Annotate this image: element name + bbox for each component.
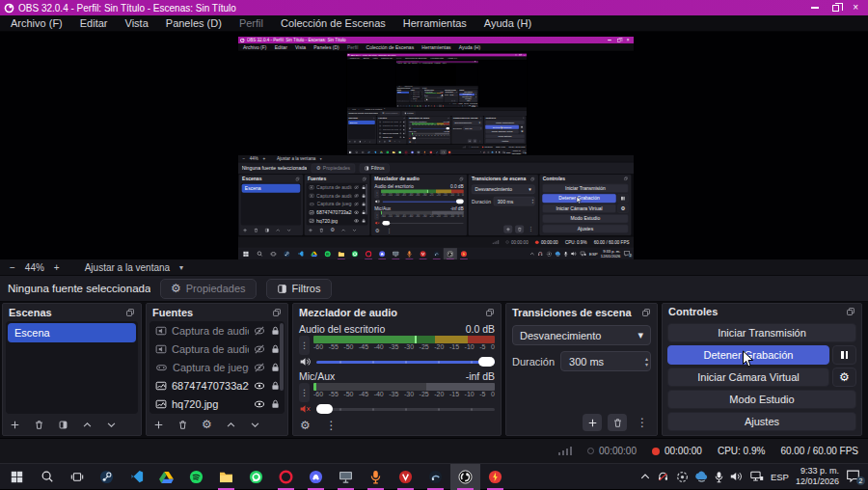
close-icon[interactable]: × (853, 3, 858, 13)
menu-vista[interactable]: Vista (117, 15, 157, 31)
eye-icon[interactable] (254, 380, 265, 392)
taskbar-voicemod-icon[interactable] (391, 464, 420, 490)
menu-perfil[interactable]: Perfil (231, 15, 272, 31)
taskbar-media-app-icon[interactable] (420, 464, 450, 490)
remove-scene-button[interactable] (33, 419, 45, 431)
taskbar-spotify-icon[interactable] (181, 464, 211, 490)
move-source-up-button[interactable] (225, 419, 237, 431)
slider-handle[interactable] (316, 404, 333, 414)
kebab-icon[interactable]: ⋮ (299, 383, 310, 402)
add-source-button[interactable] (152, 419, 165, 431)
properties-button[interactable]: ⚙ Propiedades (160, 279, 257, 299)
taskbar-opera-icon[interactable] (271, 464, 301, 490)
taskbar-steam-icon[interactable] (92, 464, 122, 490)
scene-filters-button[interactable] (57, 419, 69, 431)
mixer-settings-gear-icon[interactable]: ⚙ (299, 420, 312, 432)
speaker-icon[interactable] (299, 356, 312, 368)
studio-mode-button[interactable]: Modo Estudio (667, 390, 856, 409)
source-row[interactable]: Captura de juego (149, 358, 285, 376)
duration-spinbox[interactable]: 300 ms ▴ ▾ (560, 351, 651, 371)
menu-editar[interactable]: Editar (71, 15, 117, 31)
menu-herramientas[interactable]: Herramientas (394, 15, 475, 31)
eye-slash-icon[interactable] (254, 362, 265, 373)
fit-to-window-select[interactable]: Ajustar a la ventana (85, 262, 170, 273)
taskbar-google-drive-icon[interactable] (151, 464, 181, 490)
source-row[interactable]: hq720.jpg (149, 395, 285, 413)
taskbar-search-button[interactable] (32, 464, 62, 490)
eye-slash-icon[interactable] (254, 325, 265, 337)
source-row[interactable]: Captura de audio de (149, 321, 285, 340)
stop-recording-button[interactable]: Detener Grabación (667, 345, 829, 365)
start-streaming-button[interactable]: Iniciar Transmisión (667, 323, 856, 342)
taskbar-screen-share-icon[interactable] (331, 464, 361, 490)
menu-coleccion-escenas[interactable]: Colección de Escenas (272, 15, 394, 31)
source-row[interactable]: 68747470733a2f2f73 (149, 376, 285, 395)
remove-source-button[interactable] (176, 419, 189, 431)
kebab-icon[interactable]: ⋮ (633, 414, 652, 431)
spin-down-icon[interactable]: ▾ (645, 362, 648, 368)
source-row[interactable]: Captura de audio de (149, 340, 285, 358)
tray-headset-icon[interactable] (657, 471, 669, 482)
running-app-indicator (367, 488, 384, 490)
taskbar-discord-icon[interactable] (301, 464, 331, 490)
notification-center-button[interactable]: 2 (846, 470, 862, 483)
speaker-muted-icon[interactable] (299, 403, 312, 415)
popout-icon[interactable] (125, 308, 135, 317)
preview-canvas[interactable]: OBS 32.0.4 - Perfil: Sin Título - Escena… (0, 32, 868, 259)
sources-scrollbar[interactable] (280, 323, 284, 391)
zoom-in-button[interactable]: + (54, 262, 60, 273)
language-indicator[interactable]: ESP (771, 472, 789, 482)
menu-ayuda[interactable]: Ayuda (H) (475, 15, 540, 31)
dock-area: Escenas Escena (0, 302, 868, 438)
move-scene-up-button[interactable] (81, 419, 94, 431)
taskbar-file-explorer-icon[interactable] (211, 464, 241, 490)
tray-microphone-icon[interactable] (715, 471, 723, 483)
tray-volume-icon[interactable] (730, 471, 744, 482)
minimize-icon[interactable] (811, 7, 819, 9)
popout-icon[interactable] (485, 308, 495, 317)
popout-icon[interactable] (272, 308, 282, 317)
taskbar-whatsapp-icon[interactable] (241, 464, 271, 490)
taskbar-microphone-icon[interactable] (361, 464, 391, 490)
popout-icon[interactable] (846, 307, 855, 316)
lock-icon[interactable] (270, 398, 281, 410)
notification-badge: 2 (856, 476, 865, 485)
virtual-camera-settings-gear-icon[interactable]: ⚙ (832, 368, 856, 387)
add-transition-button[interactable] (583, 414, 602, 431)
kebab-icon[interactable]: ⋮ (299, 336, 310, 355)
tray-swirl-icon[interactable] (676, 471, 689, 483)
move-source-down-button[interactable] (249, 419, 261, 431)
taskbar-obs-icon[interactable] (450, 464, 480, 490)
eye-slash-icon[interactable] (254, 343, 265, 355)
taskbar-clock[interactable]: 9:33 p. m. 12/01/2026 (796, 466, 839, 488)
start-button[interactable] (2, 464, 32, 490)
pause-recording-button[interactable] (832, 345, 856, 365)
scene-list-item[interactable]: Escena (8, 323, 136, 342)
tray-network-icon[interactable] (750, 471, 764, 482)
add-scene-button[interactable] (9, 419, 21, 431)
desktop-audio-volume-slider[interactable] (316, 357, 495, 367)
taskbar-flame-app-icon[interactable] (480, 464, 510, 490)
move-scene-down-button[interactable] (105, 419, 118, 431)
menu-archivo[interactable]: Archivo (F) (2, 15, 71, 31)
eye-icon[interactable] (254, 398, 265, 410)
transitions-panel-title: Transiciones de escena (512, 307, 632, 318)
transition-select[interactable]: Desvanecimiento ▾ (512, 325, 651, 345)
restore-icon[interactable] (832, 5, 839, 12)
tray-steam-cloud-icon[interactable] (695, 471, 708, 483)
settings-button[interactable]: Ajustes (667, 412, 856, 431)
slider-handle[interactable] (478, 357, 495, 367)
start-virtual-camera-button[interactable]: Iniciar Cámara Virtual (667, 368, 829, 387)
filters-button[interactable]: Filtros (266, 279, 332, 299)
remove-transition-button[interactable] (608, 414, 627, 431)
mic-volume-slider[interactable] (316, 404, 495, 414)
tray-expand-chevron-icon[interactable] (640, 473, 650, 480)
task-view-button[interactable] (62, 464, 92, 490)
popout-icon[interactable] (641, 308, 651, 317)
chevron-down-icon[interactable]: ▾ (179, 263, 183, 272)
taskbar-vscode-icon[interactable] (122, 464, 151, 490)
source-properties-gear-icon[interactable]: ⚙ (201, 419, 213, 431)
menu-paneles[interactable]: Paneles (D) (157, 15, 231, 31)
kebab-icon[interactable]: ⋮ (325, 420, 338, 432)
zoom-out-button[interactable]: − (10, 262, 15, 273)
